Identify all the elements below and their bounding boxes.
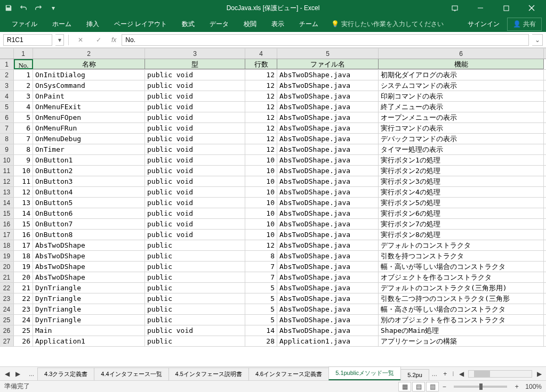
cell[interactable]: 14 bbox=[245, 325, 277, 336]
cell[interactable]: AbsTwoDShape.java bbox=[277, 176, 379, 186]
cell[interactable]: 12 bbox=[245, 80, 277, 91]
cell[interactable]: AbsTwoDShape.java bbox=[277, 144, 379, 154]
cell[interactable]: OnMenuFOpen bbox=[33, 112, 145, 123]
cell[interactable]: AbsTwoDShape.java bbox=[277, 251, 379, 261]
close-button[interactable] bbox=[519, 1, 544, 15]
header-cell[interactable]: No. bbox=[14, 59, 33, 69]
cell[interactable]: AbsTwoDShape.java bbox=[277, 304, 379, 314]
cell[interactable]: AbsTwoDShape.java bbox=[277, 70, 379, 80]
cell[interactable]: 14 bbox=[14, 208, 33, 218]
cell[interactable]: OnTimer bbox=[33, 144, 145, 154]
cell[interactable]: 8 bbox=[14, 144, 33, 154]
cell[interactable]: 16 bbox=[14, 230, 33, 240]
cell[interactable]: AbsTwoDShape.java bbox=[277, 325, 379, 336]
cell[interactable]: 6 bbox=[14, 123, 33, 133]
ribbon-tab[interactable]: 表示 bbox=[264, 17, 292, 32]
cell[interactable]: public bbox=[145, 315, 245, 325]
cell[interactable]: public void bbox=[145, 80, 245, 91]
cell[interactable]: 初期化ダイアログの表示 bbox=[379, 70, 544, 80]
cell[interactable]: DynTriangle bbox=[33, 304, 145, 314]
cell[interactable]: AbsTwoDShape.java bbox=[277, 230, 379, 240]
cell[interactable]: Application1 bbox=[33, 336, 145, 346]
header-cell[interactable]: 名称 bbox=[33, 59, 145, 69]
cell[interactable]: AbsTwoDShape.java bbox=[277, 315, 379, 325]
cell[interactable]: AbsTwoDShape.java bbox=[277, 134, 379, 144]
cell[interactable]: OnButton5 bbox=[33, 198, 145, 208]
row-header[interactable]: 12 bbox=[0, 176, 14, 186]
formula-input[interactable] bbox=[122, 34, 529, 46]
cell[interactable]: public void bbox=[145, 144, 245, 154]
cell[interactable]: 実行ボタン5の処理 bbox=[379, 198, 544, 208]
cell[interactable]: public void bbox=[145, 134, 245, 144]
cell[interactable]: 10 bbox=[245, 176, 277, 186]
cell[interactable]: 12 bbox=[245, 91, 277, 101]
cell[interactable]: システムコマンドの表示 bbox=[379, 80, 544, 91]
cell[interactable]: public void bbox=[145, 187, 245, 197]
cell[interactable]: AbsTwoDShape.java bbox=[277, 155, 379, 165]
sheet-tab[interactable]: 4.3クラス定義書 bbox=[37, 368, 94, 380]
cell[interactable]: タイマー処理の表示 bbox=[379, 144, 544, 154]
namebox-dropdown-icon[interactable]: ▾ bbox=[55, 34, 64, 46]
scroll-left-icon[interactable]: ◀ bbox=[456, 369, 466, 379]
cell[interactable]: デフォルトのコンストラクタ(三角形用) bbox=[379, 283, 544, 293]
cell[interactable]: 実行ボタン3の処理 bbox=[379, 176, 544, 186]
cell[interactable]: OnButton8 bbox=[33, 230, 145, 240]
header-cell[interactable]: 型 bbox=[145, 59, 245, 69]
cell[interactable]: 終了メニューの表示 bbox=[379, 102, 544, 112]
cell[interactable]: 20 bbox=[14, 272, 33, 282]
cell[interactable]: AbsTwoDShape.java bbox=[277, 283, 379, 293]
redo-icon[interactable] bbox=[32, 2, 45, 14]
cell[interactable]: 5 bbox=[245, 283, 277, 293]
expand-formula-icon[interactable]: ⌄ bbox=[532, 34, 543, 46]
cell[interactable]: 23 bbox=[14, 304, 33, 314]
row-header[interactable]: 19 bbox=[0, 251, 14, 261]
row-header[interactable]: 10 bbox=[0, 155, 14, 165]
cell[interactable]: 13 bbox=[14, 198, 33, 208]
cell[interactable]: 12 bbox=[245, 123, 277, 133]
page-break-view-icon[interactable]: ▥ bbox=[426, 382, 439, 391]
cell[interactable]: 幅・高いが等しい場合のコンストラクタ bbox=[379, 262, 544, 272]
cell[interactable]: AbsTwoDShape.java bbox=[277, 219, 379, 229]
row-header[interactable]: 3 bbox=[0, 80, 14, 91]
cell[interactable]: AbsTwoDShape.java bbox=[277, 166, 379, 176]
cell[interactable]: 5 bbox=[245, 293, 277, 304]
cell[interactable]: public void bbox=[145, 230, 245, 240]
cell[interactable]: 実行ボタン8の処理 bbox=[379, 230, 544, 240]
header-cell[interactable]: 機能 bbox=[379, 59, 544, 69]
cell[interactable]: 9 bbox=[14, 155, 33, 165]
cell[interactable]: public void bbox=[145, 112, 245, 123]
cell[interactable]: 10 bbox=[245, 187, 277, 197]
cell[interactable]: ShapeのMain処理 bbox=[379, 325, 544, 336]
cell[interactable]: 24 bbox=[14, 315, 33, 325]
cell[interactable]: public bbox=[145, 262, 245, 272]
minimize-button[interactable] bbox=[468, 1, 493, 15]
cell[interactable]: 17 bbox=[14, 240, 33, 250]
cell[interactable]: 3 bbox=[14, 91, 33, 101]
cell[interactable]: 19 bbox=[14, 262, 33, 272]
col-header[interactable]: 4 bbox=[245, 48, 277, 59]
share-button[interactable]: 👤 共有 bbox=[507, 18, 542, 31]
save-icon[interactable] bbox=[2, 2, 15, 14]
cell[interactable]: 21 bbox=[14, 283, 33, 293]
row-header[interactable]: 22 bbox=[0, 283, 14, 293]
cell[interactable]: public bbox=[145, 283, 245, 293]
row-header[interactable]: 8 bbox=[0, 134, 14, 144]
cell[interactable]: public void bbox=[145, 325, 245, 336]
cell[interactable]: AbsTwoDShape.java bbox=[277, 262, 379, 272]
cell[interactable]: 10 bbox=[245, 155, 277, 165]
cell[interactable]: 10 bbox=[245, 230, 277, 240]
cell[interactable]: 12 bbox=[245, 134, 277, 144]
cell[interactable]: AbsTwoDShape.java bbox=[277, 123, 379, 133]
cell[interactable]: 10 bbox=[245, 198, 277, 208]
sheet-tab[interactable]: 5.2pu bbox=[400, 369, 429, 380]
cell[interactable]: OnButton2 bbox=[33, 166, 145, 176]
cell[interactable]: OnButton3 bbox=[33, 176, 145, 186]
cell[interactable]: 5 bbox=[14, 112, 33, 123]
horizontal-scrollbar[interactable] bbox=[468, 370, 532, 378]
cell[interactable]: OnMenuDebug bbox=[33, 134, 145, 144]
row-header[interactable]: 13 bbox=[0, 187, 14, 197]
add-sheet-icon[interactable]: + bbox=[440, 369, 450, 379]
cell[interactable]: public void bbox=[145, 102, 245, 112]
cell[interactable]: public bbox=[145, 304, 245, 314]
scroll-right-icon[interactable]: ▶ bbox=[534, 369, 544, 379]
